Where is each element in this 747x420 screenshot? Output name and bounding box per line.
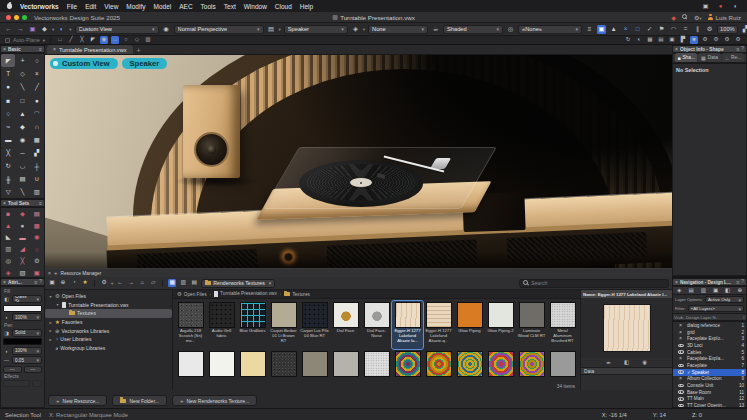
object-info-header[interactable]: Object Info - Shape <box>672 45 747 53</box>
disclosure-down-icon[interactable]: ▾ <box>55 302 60 307</box>
frame-icon[interactable]: □ <box>633 25 642 34</box>
basic-palette-header[interactable]: Basic <box>0 45 45 53</box>
texture-item[interactable]: Argolla 218 Scratch (Sn) ma... <box>175 301 206 349</box>
breadcrumb-item[interactable]: ⚙Open Files <box>177 291 207 297</box>
spotlight-tool[interactable]: ◉ <box>15 133 29 146</box>
texture-item[interactable] <box>268 350 299 377</box>
pen-mode-icon[interactable]: ╱ <box>67 36 75 44</box>
pen-style-icon[interactable] <box>3 329 10 336</box>
texture-item[interactable]: Egger-H 1277 Lakeland Akazie la... <box>392 301 423 349</box>
visibility-toggle[interactable] <box>674 364 687 368</box>
texture-item[interactable]: Dial Face <box>330 301 361 349</box>
navigation-palette-header[interactable]: Navigation - Design L... <box>672 278 747 286</box>
split-tool[interactable]: ╫ <box>1 173 15 186</box>
line-tool[interactable]: ╲ <box>15 80 29 93</box>
zoom-window-button[interactable] <box>22 15 27 20</box>
library-location-dropdown[interactable]: Renderworks Textures <box>201 279 275 288</box>
render-style-dropdown[interactable]: «None» <box>518 25 582 34</box>
oval-marquee-icon[interactable]: ○ <box>122 36 130 44</box>
texture-item[interactable] <box>330 350 361 377</box>
layer-row-3d-loci[interactable]: 3D Loci4 <box>673 342 746 349</box>
visualization-toolset[interactable]: ◉ <box>30 232 44 244</box>
menu-vectorworks[interactable]: Vectorworks <box>20 3 59 10</box>
polygon-marquee-icon[interactable]: ◇ <box>133 36 141 44</box>
home-icon[interactable]: ⌂ <box>138 279 146 287</box>
texture-item[interactable] <box>361 350 392 377</box>
line-start-marker-button[interactable] <box>3 366 22 373</box>
rotate-tool[interactable]: ↻ <box>1 160 15 173</box>
menu-edit[interactable]: Edit <box>85 3 96 10</box>
render-mode-dropdown[interactable]: Shaded <box>443 25 503 34</box>
push-pull-icon[interactable]: ▲ <box>609 25 618 34</box>
visibility-toggle[interactable] <box>674 390 687 394</box>
disclosure-right-icon[interactable]: ▸ <box>48 337 53 342</box>
doors-toolset[interactable]: ▤ <box>30 208 44 220</box>
palette-menu-icon[interactable] <box>736 280 739 285</box>
corner-widget-icon[interactable]: ▛ <box>679 36 687 44</box>
double-line-tool[interactable]: ╱ <box>30 80 44 93</box>
texture-item[interactable] <box>547 350 578 377</box>
stairs-toolset[interactable]: ▦ <box>30 220 44 232</box>
texture-item[interactable] <box>516 350 547 377</box>
fasteners-toolset[interactable]: ◈ <box>1 267 15 279</box>
menu-window[interactable]: Window <box>244 3 267 10</box>
tree-item-favorites[interactable]: ▸★Favorites <box>45 318 172 327</box>
visibility-toggle[interactable]: × <box>674 330 687 335</box>
open-files-icon[interactable]: ▣ <box>48 279 56 287</box>
texture-item[interactable]: Metal Aluminum Brushed RT <box>547 301 578 349</box>
tree-item-vectorworks-libraries[interactable]: ▸⊕Vectorworks Libraries <box>45 326 172 335</box>
settings-gear-icon[interactable]: ⚙ <box>694 14 702 21</box>
camera-icon[interactable]: ◎ <box>506 25 515 34</box>
gear-icon[interactable]: ⚙ <box>100 279 108 287</box>
gear-menu-3-icon[interactable]: ⚙ <box>723 36 731 44</box>
favorites-icon[interactable]: ★ <box>81 279 89 287</box>
freehand-tool[interactable]: ≈ <box>1 120 15 133</box>
flag-icon[interactable]: ⚑ <box>657 25 666 34</box>
working-plane-icon[interactable]: ▣ <box>597 25 606 34</box>
tab-data[interactable]: ▦Data <box>698 53 720 62</box>
detailing-toolset[interactable]: ◣ <box>1 232 15 244</box>
visibility-toggle[interactable] <box>674 404 687 408</box>
classes-icon[interactable]: ◈ <box>675 287 683 295</box>
pen-style-dropdown[interactable]: Solid <box>12 329 42 337</box>
tree-item-turntable-presentation-vwx[interactable]: ▾Turntable Presentation.vwx <box>45 301 172 310</box>
texture-item[interactable]: Audio Grill fabric <box>206 301 237 349</box>
filter-dropdown[interactable]: «All Layers» <box>688 305 744 312</box>
menu-help[interactable]: Help <box>300 3 313 10</box>
rounded-rect-tool[interactable]: □ <box>15 94 29 107</box>
bim-toolset[interactable]: ▣ <box>30 267 44 279</box>
fill-opacity-field[interactable]: 100% <box>12 313 42 321</box>
visibility-toggle[interactable] <box>674 397 687 401</box>
apple-menu-icon[interactable] <box>7 3 12 9</box>
button-new-renderworks-texture---[interactable]: New Renderworks Texture... <box>172 395 257 406</box>
user-account-button[interactable]: Luis Ruiz <box>708 14 741 21</box>
polygon-tool[interactable]: ◆ <box>15 120 29 133</box>
close-icon[interactable] <box>3 201 6 206</box>
drawing-viewport[interactable]: Custom View Speaker <box>45 55 672 268</box>
viewports-icon[interactable]: ▣ <box>712 287 720 295</box>
texture-item[interactable]: Egger-H 1277 Lakeland Akazie-q... <box>423 301 454 349</box>
visibility-toggle[interactable]: × <box>674 376 687 381</box>
record-icon[interactable]: ● <box>716 2 725 11</box>
site-toolset[interactable]: ● <box>15 220 29 232</box>
visibility-toggle[interactable] <box>674 370 687 374</box>
menu-tools[interactable]: Tools <box>201 3 216 10</box>
wand-mode-icon[interactable]: ╳ <box>78 36 86 44</box>
palette-menu-icon[interactable] <box>736 47 739 52</box>
selection-tool[interactable]: ◤ <box>1 54 15 67</box>
layer-row-console-unit[interactable]: Console Unit10 <box>673 382 746 389</box>
menu-view[interactable]: View <box>104 3 118 10</box>
polyline-tool[interactable]: ∩ <box>30 120 44 133</box>
mirror-tool[interactable]: ▞ <box>30 146 44 159</box>
gear-menu-1-icon[interactable]: ⚙ <box>701 36 709 44</box>
options-icon[interactable]: ▥ <box>144 36 152 44</box>
visibility-icon[interactable]: ◐ <box>57 25 66 34</box>
attributes-palette-header[interactable]: Attri... <box>0 278 45 286</box>
pen-style-icon[interactable]: ◆ <box>40 25 49 34</box>
clip-tool[interactable]: ▤ <box>15 173 29 186</box>
references-icon[interactable]: ⊕ <box>736 287 744 295</box>
texture-item[interactable] <box>299 350 330 377</box>
subdivision-toolset[interactable]: ▧ <box>15 267 29 279</box>
tree-item-textures[interactable]: Textures <box>45 309 172 318</box>
zoom-tool[interactable]: ○ <box>30 54 44 67</box>
